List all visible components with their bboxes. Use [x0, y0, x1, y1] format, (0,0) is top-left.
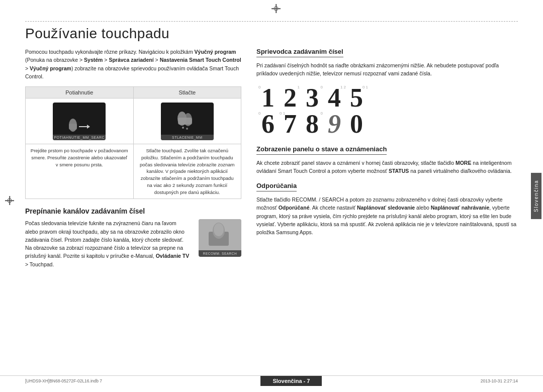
footer-center: Slovenčina - 7 — [260, 376, 322, 386]
left-column: Pomocou touchpadu vykonávajte rôzne prík… — [25, 48, 241, 268]
zobrazenie-section: Zobrazenie panelu o stave a oznámeniach … — [256, 145, 518, 175]
num-8: 0 8 — [306, 111, 319, 137]
num-6: 0 6 — [261, 111, 275, 137]
right-column: Sprievodca zadávaním čísel Pri zadávaní … — [256, 48, 518, 268]
touch-table-header: Potiahnutie Stlačte — [26, 87, 241, 99]
sprievodca-heading: Sprievodca zadávaním čísel — [256, 48, 343, 57]
zobrazenie-text: Ak chcete zobraziť panel stavov a oznáme… — [256, 159, 518, 175]
channel-text: Počas sledovania televízie fuknite na zv… — [25, 219, 191, 268]
swipe-desc: Prejdite prstom po touchpade v požadovan… — [26, 144, 134, 199]
col2-header: Stlačte — [134, 87, 241, 98]
footer-left: [UHDS9-XH]BN68-05272F-02L16.indb 7 — [25, 378, 102, 383]
side-label: Slovenčina — [531, 173, 541, 219]
touch-control-table: Potiahnutie Stlačte — [25, 86, 241, 199]
zobrazenie-heading: Zobrazenie panelu o stave a oznámeniach — [256, 145, 387, 155]
channel-content: Počas sledovania televízie fuknite na zv… — [25, 219, 241, 268]
odporucania-section: Odporúčania Stlačte tlačidlo RECOMM. / S… — [256, 182, 518, 236]
num-7: 0 1 7 — [284, 111, 297, 137]
num-0: 0 — [350, 111, 363, 137]
number-display: 0 1 1 2 0 3 — [256, 85, 518, 137]
side-label-container: Slovenčina — [529, 90, 543, 302]
recomm-svg — [199, 219, 241, 254]
press-image-cell: STLACENIE_MM — [134, 99, 241, 144]
channel-switching-section: Prepínanie kanálov zadávaním čísel Počas… — [25, 207, 241, 268]
press-desc: Stlačte touchpad. Zvolíte tak označenú p… — [134, 144, 241, 199]
intro-text: Pomocou touchpadu vykonávajte rôzne prík… — [25, 48, 241, 80]
odporucania-heading: Odporúčania — [256, 182, 297, 191]
sprievodca-section: Sprievodca zadávaním čísel Pri zadávaní … — [256, 48, 518, 137]
svg-rect-1 — [69, 124, 77, 130]
touch-table-footer: Prejdite prstom po touchpade v požadovan… — [26, 144, 241, 199]
channel-section-heading: Prepínanie kanálov zadávaním čísel — [25, 207, 241, 215]
num-1: 0 1 — [261, 85, 275, 111]
top-border — [25, 21, 518, 22]
page-title: Používanie touchpadu — [25, 26, 518, 42]
num-9: 9 — [328, 111, 341, 137]
num-2: 1 2 — [284, 85, 297, 111]
press-label: STLACENIE_MM — [161, 135, 214, 140]
odporucania-text: Stlačte tlačidlo RECOMM. / SEARCH a poto… — [256, 195, 518, 236]
page-footer: [UHDS9-XH]BN68-05272F-02L16.indb 7 Slove… — [0, 375, 543, 386]
swipe-touchpad: POTIAHNUTIE_MM_SEARC — [53, 103, 106, 140]
col1-header: Potiahnutie — [26, 87, 134, 98]
svg-marker-3 — [87, 125, 90, 129]
sprievodca-text: Pri zadávaní číselných hodnôt sa riaďte … — [256, 61, 518, 78]
svg-rect-6 — [178, 118, 192, 125]
swipe-label: POTIAHNUTIE_MM_SEARC — [53, 135, 106, 140]
number-row-2: 0 6 0 1 7 0 8 — [256, 111, 518, 137]
touch-table-body: POTIAHNUTIE_MM_SEARC — [26, 99, 241, 144]
swipe-image-cell: POTIAHNUTIE_MM_SEARC — [26, 99, 134, 144]
page-container: Používanie touchpadu Pomocou touchpadu v… — [0, 0, 543, 392]
svg-point-8 — [186, 128, 188, 130]
number-row-1: 0 1 1 2 0 3 — [256, 85, 518, 111]
num-3: 0 3 — [306, 85, 319, 111]
recomm-label: RECOMM. SEARCH — [199, 250, 241, 257]
svg-point-12 — [214, 223, 224, 236]
main-content: Pomocou touchpadu vykonávajte rôzne prík… — [25, 48, 518, 268]
press-touchpad: STLACENIE_MM — [161, 103, 214, 140]
recomm-image: RECOMM. SEARCH — [199, 219, 241, 257]
footer-right: 2013-10-31 2:27:14 — [481, 378, 518, 383]
num-4: 1 2 4 — [328, 85, 341, 111]
svg-point-7 — [182, 127, 184, 129]
num-5: 0 1 5 — [350, 85, 363, 111]
